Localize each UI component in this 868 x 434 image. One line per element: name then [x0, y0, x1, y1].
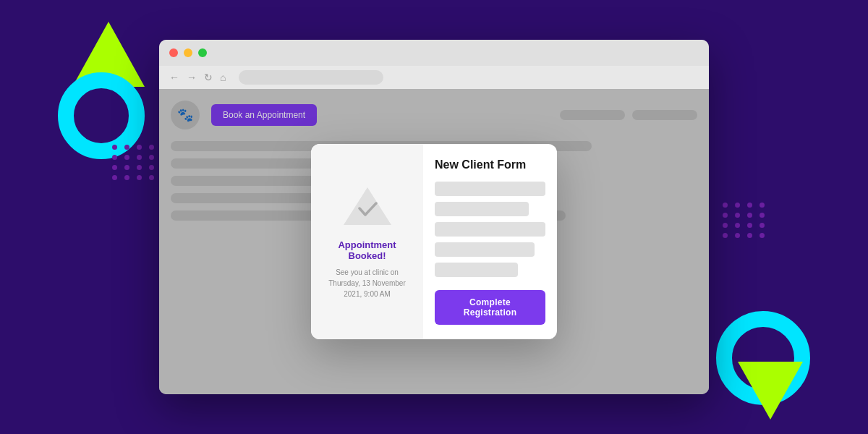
modal-dialog: Appointment Booked! See you at clinic on… — [311, 144, 557, 339]
form-field-2[interactable] — [435, 202, 529, 216]
modal-confirmation-panel: Appointment Booked! See you at clinic on… — [311, 144, 423, 339]
form-field-3[interactable] — [435, 222, 545, 237]
booked-title: Appointment Booked! — [323, 239, 412, 261]
browser-dot-red[interactable] — [169, 48, 178, 57]
home-icon[interactable]: ⌂ — [220, 72, 226, 83]
svg-marker-0 — [344, 187, 391, 225]
browser-titlebar — [159, 40, 709, 66]
form-field-5[interactable] — [435, 263, 518, 277]
browser-dot-yellow[interactable] — [184, 48, 192, 57]
form-field-1[interactable] — [435, 182, 545, 196]
forward-arrow-icon[interactable]: → — [187, 72, 197, 83]
back-arrow-icon[interactable]: ← — [169, 72, 179, 83]
browser-navbar: ← → ↻ ⌂ — [159, 66, 709, 89]
modal-form-panel: New Client Form Complete Registration — [423, 144, 557, 339]
form-field-4[interactable] — [435, 242, 535, 257]
browser-content: 🐾 Book an Appointment — [159, 89, 709, 394]
deco-dots-left — [112, 145, 156, 180]
refresh-icon[interactable]: ↻ — [204, 72, 213, 83]
deco-triangle-bottom-right — [738, 362, 803, 420]
url-bar[interactable] — [239, 70, 383, 85]
booked-subtitle: See you at clinic on Thursday, 13 Novemb… — [323, 267, 412, 299]
browser-window: ← → ↻ ⌂ 🐾 Book an Appointment — [159, 40, 709, 394]
form-title: New Client Form — [435, 158, 545, 171]
modal-overlay: Appointment Booked! See you at clinic on… — [159, 89, 709, 394]
complete-registration-button[interactable]: Complete Registration — [435, 290, 545, 325]
browser-dot-green[interactable] — [198, 48, 207, 57]
deco-dots-right — [723, 203, 767, 238]
check-triangle-icon — [342, 184, 393, 228]
